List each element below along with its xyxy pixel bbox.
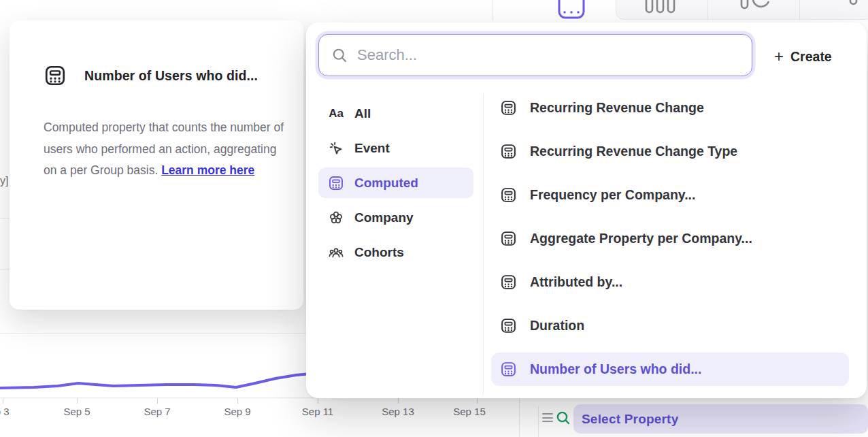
chart-type-tabbar xyxy=(492,0,868,20)
calculator-icon xyxy=(44,64,67,87)
calculator-icon xyxy=(500,361,517,378)
result-label: Duration xyxy=(530,318,584,334)
x-axis-label: Sep 13 xyxy=(382,406,414,417)
tab-funnel[interactable] xyxy=(740,0,770,19)
result-number-of-users-who-did[interactable]: Number of Users who did... xyxy=(491,353,849,386)
tab-table-metric[interactable] xyxy=(558,0,585,20)
category-label: Cohorts xyxy=(354,245,404,260)
learn-more-link[interactable]: Learn more here xyxy=(161,163,254,177)
tab-separator xyxy=(799,0,800,20)
clipped-left-edge-text: y] xyxy=(0,175,10,187)
result-label: Frequency per Company... xyxy=(530,187,695,203)
axis-tick xyxy=(77,398,78,404)
result-label: Aggregate Property per Company... xyxy=(530,231,752,246)
category-company[interactable]: Company xyxy=(318,202,473,233)
axis-tick xyxy=(318,398,318,404)
result-recurring-revenue-change[interactable]: Recurring Revenue Change xyxy=(491,91,849,125)
result-label: Recurring Revenue Change Type xyxy=(530,144,737,159)
results-list: Recurring Revenue Change Recurring Reven… xyxy=(491,91,849,386)
category-label: Event xyxy=(354,141,390,156)
create-button[interactable]: + Create xyxy=(774,46,832,67)
divider xyxy=(0,218,10,218)
tab-separator xyxy=(707,0,708,20)
divider xyxy=(538,406,539,437)
calculator-icon xyxy=(500,187,517,204)
axis-tick xyxy=(3,398,3,404)
tab-dot[interactable] xyxy=(849,0,858,15)
people-icon xyxy=(327,244,345,261)
search-input[interactable] xyxy=(357,46,752,64)
plus-icon: + xyxy=(774,48,784,65)
metric-line xyxy=(0,374,310,388)
search-icon xyxy=(331,47,348,63)
x-axis-label: Sep 5 xyxy=(63,406,90,417)
metric-line-chart xyxy=(0,361,320,402)
category-label: Computed xyxy=(354,176,418,191)
result-aggregate-property-per-company[interactable]: Aggregate Property per Company... xyxy=(491,222,849,255)
x-axis-label: Sep 15 xyxy=(453,406,486,417)
result-frequency-per-company[interactable]: Frequency per Company... xyxy=(491,178,849,212)
category-event[interactable]: Event xyxy=(318,133,473,163)
axis-tick xyxy=(477,398,478,404)
property-description-card: Number of Users who did... Computed prop… xyxy=(10,20,303,310)
green-search-icon[interactable] xyxy=(555,410,571,426)
result-attributed-by[interactable]: Attributed by... xyxy=(491,265,849,299)
axis-tick xyxy=(237,398,238,404)
x-axis-label: Sep 7 xyxy=(144,406,170,417)
table-metric-icon xyxy=(558,0,585,19)
calculator-icon xyxy=(500,274,517,291)
search-box[interactable] xyxy=(318,34,752,76)
result-duration[interactable]: Duration xyxy=(491,309,849,342)
calculator-icon xyxy=(500,99,517,116)
category-all[interactable]: Aa All xyxy=(318,98,473,129)
divider xyxy=(519,398,520,437)
result-label: Number of Users who did... xyxy=(530,361,701,377)
text-aa-icon: Aa xyxy=(327,107,345,120)
card-title: Number of Users who did... xyxy=(84,68,258,84)
dot-icon xyxy=(849,0,858,12)
category-cohorts[interactable]: Cohorts xyxy=(318,237,473,268)
axis-tick xyxy=(398,398,399,404)
axis-tick xyxy=(157,398,158,404)
section-divider xyxy=(0,333,307,334)
tab-bar-chart[interactable] xyxy=(645,0,676,19)
result-recurring-revenue-change-type[interactable]: Recurring Revenue Change Type xyxy=(491,135,849,168)
bar-chart-icon xyxy=(645,0,676,16)
calculator-icon xyxy=(327,175,345,191)
x-axis-label: Sep 3 xyxy=(0,406,10,417)
property-picker-panel: + Create Aa All Event xyxy=(306,22,867,398)
cursor-click-icon xyxy=(327,140,345,157)
panel-divider xyxy=(483,93,484,395)
category-list: Aa All Event xyxy=(318,98,473,268)
drag-handle-icon[interactable] xyxy=(542,413,553,425)
select-property-label: Select Property xyxy=(582,412,678,427)
category-label: Company xyxy=(354,210,414,225)
calculator-icon xyxy=(500,230,517,247)
x-axis-label: Sep 9 xyxy=(224,406,250,417)
select-property-chip[interactable]: Select Property xyxy=(573,404,868,434)
category-label: All xyxy=(354,106,371,121)
result-label: Attributed by... xyxy=(530,274,622,290)
category-computed[interactable]: Computed xyxy=(318,167,473,198)
calculator-icon xyxy=(500,143,517,160)
create-label: Create xyxy=(790,49,832,65)
calculator-icon xyxy=(500,317,517,334)
company-flower-icon xyxy=(327,210,345,226)
divider xyxy=(0,269,10,270)
result-label: Recurring Revenue Change xyxy=(530,100,704,116)
x-axis-label: Sep 11 xyxy=(302,406,333,417)
funnel-curve-icon xyxy=(740,0,770,16)
